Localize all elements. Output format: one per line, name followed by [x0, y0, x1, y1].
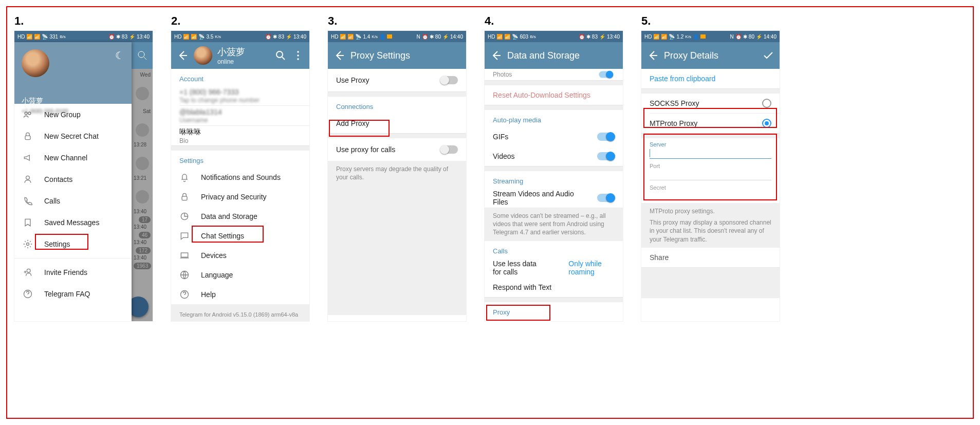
- gifs-toggle[interactable]: GIFs: [485, 127, 623, 146]
- person-icon: [23, 174, 33, 184]
- use-proxy-toggle[interactable]: Use Proxy: [328, 69, 466, 91]
- status-bar: HD📶📶📡1.2K/s👤 N⏰✱80⚡14:40: [641, 31, 780, 42]
- menu-new-group[interactable]: New Group: [14, 104, 132, 125]
- step-label-1: 1.: [14, 15, 153, 27]
- section-streaming: Streaming: [485, 171, 623, 188]
- menu-calls[interactable]: Calls: [14, 190, 132, 212]
- phone-1: HD📶📶📡331B/s ⏰✱83⚡13:40 Wed Sat 13:28 13:…: [14, 31, 153, 321]
- svg-line-10: [282, 57, 285, 60]
- settings-language[interactable]: Language: [171, 265, 309, 285]
- settings-privacy[interactable]: Privacy and Security: [171, 187, 309, 207]
- phone-5: HD📶📶📡1.2K/s👤 N⏰✱80⚡14:40 Proxy Details P…: [641, 31, 780, 321]
- menu-contacts[interactable]: Contacts: [14, 169, 132, 190]
- night-mode-icon[interactable]: ☾: [115, 49, 124, 62]
- toggle-on[interactable]: [597, 152, 615, 160]
- less-data-calls[interactable]: Use less data for callsOnly while roamin…: [485, 258, 623, 278]
- menu-settings[interactable]: Settings: [14, 233, 132, 255]
- back-icon[interactable]: [490, 49, 502, 62]
- section-proxy: Proxy: [485, 302, 623, 319]
- megaphone-icon: [23, 153, 33, 163]
- laptop-icon: [179, 250, 190, 261]
- menu-new-channel[interactable]: New Channel: [14, 147, 132, 169]
- search-icon[interactable]: [136, 49, 149, 62]
- svg-point-11: [297, 51, 299, 53]
- back-icon[interactable]: [176, 49, 189, 62]
- menu-saved[interactable]: Saved Messages: [14, 212, 132, 233]
- menu-faq[interactable]: Telegram FAQ: [14, 283, 132, 305]
- add-proxy[interactable]: Add Proxy: [328, 114, 466, 133]
- proxy-settings-item[interactable]: Proxy Settings: [485, 319, 623, 321]
- back-icon[interactable]: [333, 49, 345, 62]
- share-item[interactable]: Share: [641, 248, 780, 267]
- secret-label: Secret: [650, 184, 771, 191]
- status-bar: HD📶📶📡1.4K/s👤 N⏰✱80⚡14:40: [328, 31, 466, 42]
- account-username[interactable]: @blabla1314Username: [171, 106, 309, 125]
- proxy-calls-hint: Proxy servers may degrade the quality of…: [328, 161, 466, 315]
- phone-icon: [23, 196, 33, 206]
- section-autoplay: Auto-play media: [485, 110, 623, 127]
- svg-point-7: [27, 269, 30, 272]
- avatar[interactable]: [194, 46, 212, 65]
- back-icon[interactable]: [646, 49, 659, 62]
- settings-data-storage[interactable]: Data and Storage: [171, 207, 309, 226]
- add-person-icon: [23, 267, 33, 278]
- bell-icon: [179, 172, 190, 182]
- secret-input[interactable]: [650, 191, 771, 202]
- section-account: Account: [171, 69, 309, 86]
- toggle-on[interactable]: [599, 71, 613, 78]
- avatar[interactable]: [22, 49, 49, 77]
- svg-point-5: [26, 176, 30, 179]
- svg-point-12: [297, 54, 299, 57]
- pie-icon: [179, 211, 190, 221]
- paste-clipboard[interactable]: Paste from clipboard: [641, 69, 780, 88]
- menu-new-secret[interactable]: New Secret Chat: [14, 125, 132, 147]
- overflow-icon[interactable]: [292, 49, 304, 62]
- port-input[interactable]: [650, 169, 771, 180]
- mtproto-option[interactable]: MTProto Proxy: [641, 114, 780, 133]
- profile-status: online: [217, 58, 245, 65]
- port-label: Port: [650, 163, 771, 169]
- reset-autodownload[interactable]: Reset Auto-Download Settings: [485, 85, 623, 105]
- toggle-on[interactable]: [597, 194, 615, 202]
- use-proxy-calls-toggle[interactable]: Use proxy for calls: [328, 138, 466, 161]
- respond-text[interactable]: Respond with Text: [485, 278, 623, 297]
- account-bio[interactable]: 咻咻咻Bio: [171, 126, 309, 145]
- svg-rect-4: [25, 136, 30, 140]
- section-calls: Calls: [485, 241, 623, 258]
- status-bar: HD📶📶📡3.5K/s ⏰✱83⚡13:40: [171, 31, 309, 42]
- videos-toggle[interactable]: Videos: [485, 146, 623, 166]
- radio-checked[interactable]: [762, 119, 771, 128]
- socks5-option[interactable]: SOCKS5 Proxy: [641, 94, 780, 113]
- settings-notifications[interactable]: Notifications and Sounds: [171, 168, 309, 187]
- svg-point-0: [138, 51, 144, 58]
- bookmark-icon: [23, 217, 33, 228]
- settings-devices[interactable]: Devices: [171, 246, 309, 265]
- svg-rect-16: [181, 253, 188, 257]
- page-title: Data and Storage: [507, 50, 580, 61]
- photos-row[interactable]: Photos: [485, 69, 623, 80]
- data-storage-header: Data and Storage: [485, 42, 623, 69]
- chevron-down-icon[interactable]: ▾: [120, 106, 124, 116]
- account-phone[interactable]: +1 (800) 966-7333Tap to change phone num…: [171, 86, 309, 105]
- server-label: Server: [650, 141, 771, 147]
- step-label-5: 5.: [641, 15, 780, 27]
- stream-toggle[interactable]: Stream Videos and Audio Files: [485, 188, 623, 208]
- svg-point-9: [276, 51, 283, 58]
- toggle-off[interactable]: [440, 145, 458, 154]
- profile-name: 小菠萝: [217, 46, 245, 58]
- server-input[interactable]: [650, 147, 771, 159]
- status-bar: HD📶📶📡603B/s ⏰✱83⚡13:40: [485, 31, 623, 42]
- radio-unchecked[interactable]: [762, 99, 771, 108]
- settings-chat[interactable]: Chat Settings: [171, 226, 309, 246]
- phone-4: HD📶📶📡603B/s ⏰✱83⚡13:40 Data and Storage …: [485, 31, 623, 321]
- version-footer: Telegram for Android v5.15.0 (1869) arm6…: [171, 304, 309, 321]
- toggle-on[interactable]: [597, 133, 615, 141]
- svg-point-6: [27, 243, 29, 246]
- settings-help[interactable]: Help: [171, 285, 309, 304]
- status-bar: HD📶📶📡331B/s ⏰✱83⚡13:40: [14, 31, 153, 42]
- search-icon[interactable]: [274, 49, 287, 62]
- check-icon[interactable]: [762, 49, 774, 62]
- tutorial-frame: 1. HD📶📶📡331B/s ⏰✱83⚡13:40 Wed Sat 13:28 …: [6, 6, 974, 419]
- menu-invite[interactable]: Invite Friends: [14, 262, 132, 283]
- toggle-off[interactable]: [440, 76, 458, 84]
